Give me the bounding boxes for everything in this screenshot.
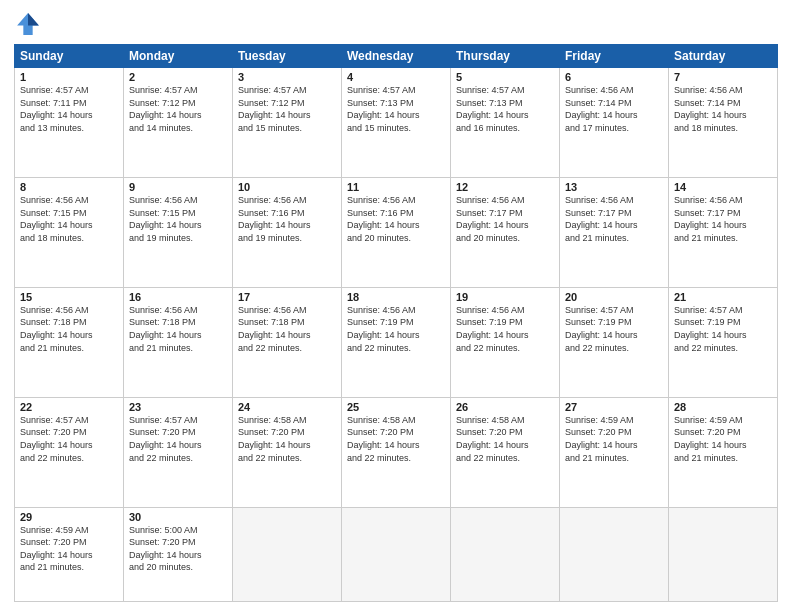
week-row-2: 8Sunrise: 4:56 AMSunset: 7:15 PMDaylight…: [15, 177, 778, 287]
day-number: 5: [456, 71, 554, 83]
calendar-cell: 2Sunrise: 4:57 AMSunset: 7:12 PMDaylight…: [124, 68, 233, 178]
calendar-cell: 15Sunrise: 4:56 AMSunset: 7:18 PMDayligh…: [15, 287, 124, 397]
header: [14, 10, 778, 38]
svg-marker-1: [28, 13, 39, 25]
day-number: 1: [20, 71, 118, 83]
day-info: Sunrise: 4:57 AMSunset: 7:13 PMDaylight:…: [456, 84, 554, 134]
page: SundayMondayTuesdayWednesdayThursdayFrid…: [0, 0, 792, 612]
weekday-header-monday: Monday: [124, 45, 233, 68]
day-number: 10: [238, 181, 336, 193]
calendar-cell: 20Sunrise: 4:57 AMSunset: 7:19 PMDayligh…: [560, 287, 669, 397]
calendar-cell: 1Sunrise: 4:57 AMSunset: 7:11 PMDaylight…: [15, 68, 124, 178]
day-number: 21: [674, 291, 772, 303]
day-number: 13: [565, 181, 663, 193]
day-number: 16: [129, 291, 227, 303]
calendar-cell: [233, 507, 342, 601]
calendar-cell: 21Sunrise: 4:57 AMSunset: 7:19 PMDayligh…: [669, 287, 778, 397]
weekday-header-tuesday: Tuesday: [233, 45, 342, 68]
day-number: 8: [20, 181, 118, 193]
calendar-cell: 5Sunrise: 4:57 AMSunset: 7:13 PMDaylight…: [451, 68, 560, 178]
weekday-header-row: SundayMondayTuesdayWednesdayThursdayFrid…: [15, 45, 778, 68]
day-number: 4: [347, 71, 445, 83]
calendar-cell: 10Sunrise: 4:56 AMSunset: 7:16 PMDayligh…: [233, 177, 342, 287]
day-info: Sunrise: 4:56 AMSunset: 7:16 PMDaylight:…: [347, 194, 445, 244]
day-info: Sunrise: 4:56 AMSunset: 7:19 PMDaylight:…: [456, 304, 554, 354]
day-number: 3: [238, 71, 336, 83]
weekday-header-saturday: Saturday: [669, 45, 778, 68]
calendar-cell: 14Sunrise: 4:56 AMSunset: 7:17 PMDayligh…: [669, 177, 778, 287]
day-number: 25: [347, 401, 445, 413]
day-info: Sunrise: 4:56 AMSunset: 7:16 PMDaylight:…: [238, 194, 336, 244]
calendar-cell: 18Sunrise: 4:56 AMSunset: 7:19 PMDayligh…: [342, 287, 451, 397]
day-number: 11: [347, 181, 445, 193]
logo-icon: [14, 10, 42, 38]
day-info: Sunrise: 4:56 AMSunset: 7:18 PMDaylight:…: [129, 304, 227, 354]
day-info: Sunrise: 4:56 AMSunset: 7:19 PMDaylight:…: [347, 304, 445, 354]
calendar-cell: 26Sunrise: 4:58 AMSunset: 7:20 PMDayligh…: [451, 397, 560, 507]
day-info: Sunrise: 4:56 AMSunset: 7:17 PMDaylight:…: [565, 194, 663, 244]
calendar-cell: 25Sunrise: 4:58 AMSunset: 7:20 PMDayligh…: [342, 397, 451, 507]
day-info: Sunrise: 4:56 AMSunset: 7:17 PMDaylight:…: [674, 194, 772, 244]
day-number: 27: [565, 401, 663, 413]
day-number: 20: [565, 291, 663, 303]
day-info: Sunrise: 4:56 AMSunset: 7:15 PMDaylight:…: [129, 194, 227, 244]
day-number: 6: [565, 71, 663, 83]
day-info: Sunrise: 4:56 AMSunset: 7:18 PMDaylight:…: [20, 304, 118, 354]
day-info: Sunrise: 4:58 AMSunset: 7:20 PMDaylight:…: [347, 414, 445, 464]
day-info: Sunrise: 4:58 AMSunset: 7:20 PMDaylight:…: [238, 414, 336, 464]
day-info: Sunrise: 4:57 AMSunset: 7:13 PMDaylight:…: [347, 84, 445, 134]
day-number: 2: [129, 71, 227, 83]
calendar-cell: 23Sunrise: 4:57 AMSunset: 7:20 PMDayligh…: [124, 397, 233, 507]
week-row-3: 15Sunrise: 4:56 AMSunset: 7:18 PMDayligh…: [15, 287, 778, 397]
calendar-cell: 22Sunrise: 4:57 AMSunset: 7:20 PMDayligh…: [15, 397, 124, 507]
day-number: 14: [674, 181, 772, 193]
day-number: 17: [238, 291, 336, 303]
day-info: Sunrise: 4:59 AMSunset: 7:20 PMDaylight:…: [565, 414, 663, 464]
day-info: Sunrise: 4:57 AMSunset: 7:12 PMDaylight:…: [129, 84, 227, 134]
day-number: 15: [20, 291, 118, 303]
week-row-4: 22Sunrise: 4:57 AMSunset: 7:20 PMDayligh…: [15, 397, 778, 507]
day-number: 29: [20, 511, 118, 523]
calendar-cell: 24Sunrise: 4:58 AMSunset: 7:20 PMDayligh…: [233, 397, 342, 507]
weekday-header-thursday: Thursday: [451, 45, 560, 68]
calendar-cell: 13Sunrise: 4:56 AMSunset: 7:17 PMDayligh…: [560, 177, 669, 287]
day-number: 9: [129, 181, 227, 193]
calendar-cell: [669, 507, 778, 601]
calendar-cell: 27Sunrise: 4:59 AMSunset: 7:20 PMDayligh…: [560, 397, 669, 507]
day-info: Sunrise: 4:59 AMSunset: 7:20 PMDaylight:…: [674, 414, 772, 464]
calendar-cell: 3Sunrise: 4:57 AMSunset: 7:12 PMDaylight…: [233, 68, 342, 178]
weekday-header-wednesday: Wednesday: [342, 45, 451, 68]
day-info: Sunrise: 4:57 AMSunset: 7:19 PMDaylight:…: [565, 304, 663, 354]
day-number: 26: [456, 401, 554, 413]
calendar-cell: [451, 507, 560, 601]
calendar-cell: 30Sunrise: 5:00 AMSunset: 7:20 PMDayligh…: [124, 507, 233, 601]
day-info: Sunrise: 4:56 AMSunset: 7:18 PMDaylight:…: [238, 304, 336, 354]
weekday-header-sunday: Sunday: [15, 45, 124, 68]
day-number: 28: [674, 401, 772, 413]
day-number: 24: [238, 401, 336, 413]
day-number: 22: [20, 401, 118, 413]
day-number: 23: [129, 401, 227, 413]
day-number: 7: [674, 71, 772, 83]
week-row-1: 1Sunrise: 4:57 AMSunset: 7:11 PMDaylight…: [15, 68, 778, 178]
day-info: Sunrise: 4:57 AMSunset: 7:20 PMDaylight:…: [20, 414, 118, 464]
calendar-table: SundayMondayTuesdayWednesdayThursdayFrid…: [14, 44, 778, 602]
day-info: Sunrise: 4:58 AMSunset: 7:20 PMDaylight:…: [456, 414, 554, 464]
calendar-cell: 16Sunrise: 4:56 AMSunset: 7:18 PMDayligh…: [124, 287, 233, 397]
calendar-cell: 12Sunrise: 4:56 AMSunset: 7:17 PMDayligh…: [451, 177, 560, 287]
day-number: 18: [347, 291, 445, 303]
week-row-5: 29Sunrise: 4:59 AMSunset: 7:20 PMDayligh…: [15, 507, 778, 601]
day-number: 19: [456, 291, 554, 303]
calendar-cell: 4Sunrise: 4:57 AMSunset: 7:13 PMDaylight…: [342, 68, 451, 178]
day-info: Sunrise: 4:56 AMSunset: 7:17 PMDaylight:…: [456, 194, 554, 244]
calendar-cell: 28Sunrise: 4:59 AMSunset: 7:20 PMDayligh…: [669, 397, 778, 507]
calendar-cell: 17Sunrise: 4:56 AMSunset: 7:18 PMDayligh…: [233, 287, 342, 397]
calendar-cell: [342, 507, 451, 601]
weekday-header-friday: Friday: [560, 45, 669, 68]
day-info: Sunrise: 4:56 AMSunset: 7:15 PMDaylight:…: [20, 194, 118, 244]
calendar-cell: 7Sunrise: 4:56 AMSunset: 7:14 PMDaylight…: [669, 68, 778, 178]
day-number: 30: [129, 511, 227, 523]
logo: [14, 10, 46, 38]
day-info: Sunrise: 4:57 AMSunset: 7:20 PMDaylight:…: [129, 414, 227, 464]
calendar-cell: 9Sunrise: 4:56 AMSunset: 7:15 PMDaylight…: [124, 177, 233, 287]
